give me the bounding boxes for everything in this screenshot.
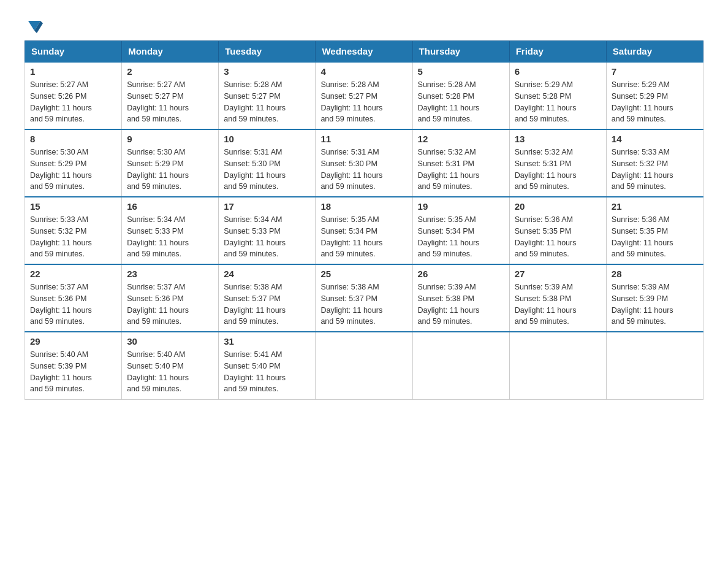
day-info: Sunrise: 5:38 AM Sunset: 5:37 PM Dayligh… [320, 282, 407, 327]
day-number: 4 [320, 66, 407, 77]
day-number: 8 [30, 134, 116, 144]
calendar-empty-cell [509, 332, 606, 399]
calendar-day-cell: 29 Sunrise: 5:40 AM Sunset: 5:39 PM Dayl… [25, 332, 122, 399]
day-number: 29 [30, 336, 116, 347]
day-info: Sunrise: 5:32 AM Sunset: 5:31 PM Dayligh… [515, 147, 601, 193]
calendar-day-cell: 5 Sunrise: 5:28 AM Sunset: 5:28 PM Dayli… [412, 62, 509, 129]
day-info: Sunrise: 5:28 AM Sunset: 5:27 PM Dayligh… [320, 79, 407, 125]
day-info: Sunrise: 5:36 AM Sunset: 5:35 PM Dayligh… [612, 214, 698, 260]
column-header-friday: Friday [509, 41, 606, 63]
calendar-day-cell: 12 Sunrise: 5:32 AM Sunset: 5:31 PM Dayl… [412, 129, 509, 197]
calendar-day-cell: 21 Sunrise: 5:36 AM Sunset: 5:35 PM Dayl… [606, 197, 703, 264]
calendar-day-cell: 27 Sunrise: 5:39 AM Sunset: 5:38 PM Dayl… [509, 264, 606, 332]
day-info: Sunrise: 5:38 AM Sunset: 5:37 PM Dayligh… [224, 282, 310, 327]
day-info: Sunrise: 5:30 AM Sunset: 5:29 PM Dayligh… [30, 147, 116, 193]
day-number: 17 [224, 201, 310, 212]
day-info: Sunrise: 5:29 AM Sunset: 5:28 PM Dayligh… [515, 79, 601, 125]
logo-flag-icon [26, 18, 43, 36]
calendar-table: SundayMondayTuesdayWednesdayThursdayFrid… [25, 40, 703, 400]
day-number: 5 [418, 66, 504, 77]
day-number: 11 [320, 134, 407, 144]
day-info: Sunrise: 5:39 AM Sunset: 5:38 PM Dayligh… [515, 282, 601, 327]
day-number: 14 [612, 134, 698, 144]
calendar-day-cell: 4 Sunrise: 5:28 AM Sunset: 5:27 PM Dayli… [316, 62, 412, 129]
day-info: Sunrise: 5:28 AM Sunset: 5:27 PM Dayligh… [224, 79, 310, 125]
day-number: 6 [515, 66, 601, 77]
logo [25, 18, 43, 32]
day-info: Sunrise: 5:33 AM Sunset: 5:32 PM Dayligh… [612, 147, 698, 193]
day-number: 15 [30, 201, 116, 212]
day-number: 12 [418, 134, 504, 144]
day-number: 26 [418, 269, 504, 279]
day-info: Sunrise: 5:39 AM Sunset: 5:39 PM Dayligh… [612, 282, 698, 327]
calendar-week-row: 15 Sunrise: 5:33 AM Sunset: 5:32 PM Dayl… [25, 197, 703, 264]
day-info: Sunrise: 5:35 AM Sunset: 5:34 PM Dayligh… [418, 214, 504, 260]
calendar-week-row: 29 Sunrise: 5:40 AM Sunset: 5:39 PM Dayl… [25, 332, 703, 399]
day-number: 9 [127, 134, 213, 144]
calendar-day-cell: 3 Sunrise: 5:28 AM Sunset: 5:27 PM Dayli… [219, 62, 316, 129]
calendar-empty-cell [412, 332, 509, 399]
column-header-tuesday: Tuesday [219, 41, 316, 63]
calendar-day-cell: 16 Sunrise: 5:34 AM Sunset: 5:33 PM Dayl… [122, 197, 219, 264]
day-info: Sunrise: 5:40 AM Sunset: 5:39 PM Dayligh… [30, 349, 116, 395]
day-info: Sunrise: 5:41 AM Sunset: 5:40 PM Dayligh… [224, 349, 310, 395]
calendar-header-row: SundayMondayTuesdayWednesdayThursdayFrid… [25, 41, 703, 63]
day-number: 23 [127, 269, 213, 279]
column-header-thursday: Thursday [412, 41, 509, 63]
day-info: Sunrise: 5:33 AM Sunset: 5:32 PM Dayligh… [30, 214, 116, 260]
day-number: 7 [612, 66, 698, 77]
calendar-day-cell: 22 Sunrise: 5:37 AM Sunset: 5:36 PM Dayl… [25, 264, 122, 332]
day-info: Sunrise: 5:37 AM Sunset: 5:36 PM Dayligh… [127, 282, 213, 327]
calendar-day-cell: 9 Sunrise: 5:30 AM Sunset: 5:29 PM Dayli… [122, 129, 219, 197]
calendar-week-row: 8 Sunrise: 5:30 AM Sunset: 5:29 PM Dayli… [25, 129, 703, 197]
column-header-sunday: Sunday [25, 41, 122, 63]
day-info: Sunrise: 5:30 AM Sunset: 5:29 PM Dayligh… [127, 147, 213, 193]
calendar-day-cell: 6 Sunrise: 5:29 AM Sunset: 5:28 PM Dayli… [509, 62, 606, 129]
day-info: Sunrise: 5:28 AM Sunset: 5:28 PM Dayligh… [418, 79, 504, 125]
day-number: 24 [224, 269, 310, 279]
calendar-day-cell: 17 Sunrise: 5:34 AM Sunset: 5:33 PM Dayl… [219, 197, 316, 264]
day-info: Sunrise: 5:35 AM Sunset: 5:34 PM Dayligh… [320, 214, 407, 260]
day-number: 2 [127, 66, 213, 77]
day-number: 20 [515, 201, 601, 212]
day-info: Sunrise: 5:29 AM Sunset: 5:29 PM Dayligh… [612, 79, 698, 125]
day-number: 27 [515, 269, 601, 279]
day-number: 30 [127, 336, 213, 347]
day-number: 31 [224, 336, 310, 347]
calendar-day-cell: 24 Sunrise: 5:38 AM Sunset: 5:37 PM Dayl… [219, 264, 316, 332]
calendar-day-cell: 20 Sunrise: 5:36 AM Sunset: 5:35 PM Dayl… [509, 197, 606, 264]
calendar-day-cell: 23 Sunrise: 5:37 AM Sunset: 5:36 PM Dayl… [122, 264, 219, 332]
calendar-day-cell: 30 Sunrise: 5:40 AM Sunset: 5:40 PM Dayl… [122, 332, 219, 399]
day-info: Sunrise: 5:37 AM Sunset: 5:36 PM Dayligh… [30, 282, 116, 327]
calendar-week-row: 22 Sunrise: 5:37 AM Sunset: 5:36 PM Dayl… [25, 264, 703, 332]
day-info: Sunrise: 5:27 AM Sunset: 5:27 PM Dayligh… [127, 79, 213, 125]
calendar-day-cell: 14 Sunrise: 5:33 AM Sunset: 5:32 PM Dayl… [606, 129, 703, 197]
calendar-day-cell: 26 Sunrise: 5:39 AM Sunset: 5:38 PM Dayl… [412, 264, 509, 332]
day-info: Sunrise: 5:32 AM Sunset: 5:31 PM Dayligh… [418, 147, 504, 193]
day-number: 16 [127, 201, 213, 212]
calendar-day-cell: 10 Sunrise: 5:31 AM Sunset: 5:30 PM Dayl… [219, 129, 316, 197]
calendar-day-cell: 8 Sunrise: 5:30 AM Sunset: 5:29 PM Dayli… [25, 129, 122, 197]
calendar-day-cell: 11 Sunrise: 5:31 AM Sunset: 5:30 PM Dayl… [316, 129, 412, 197]
day-info: Sunrise: 5:39 AM Sunset: 5:38 PM Dayligh… [418, 282, 504, 327]
calendar-day-cell: 25 Sunrise: 5:38 AM Sunset: 5:37 PM Dayl… [316, 264, 412, 332]
calendar-day-cell: 19 Sunrise: 5:35 AM Sunset: 5:34 PM Dayl… [412, 197, 509, 264]
day-number: 28 [612, 269, 698, 279]
calendar-day-cell: 28 Sunrise: 5:39 AM Sunset: 5:39 PM Dayl… [606, 264, 703, 332]
calendar-empty-cell [316, 332, 412, 399]
day-number: 13 [515, 134, 601, 144]
day-number: 1 [30, 66, 116, 77]
day-info: Sunrise: 5:27 AM Sunset: 5:26 PM Dayligh… [30, 79, 116, 125]
calendar-week-row: 1 Sunrise: 5:27 AM Sunset: 5:26 PM Dayli… [25, 62, 703, 129]
day-info: Sunrise: 5:31 AM Sunset: 5:30 PM Dayligh… [320, 147, 407, 193]
day-info: Sunrise: 5:36 AM Sunset: 5:35 PM Dayligh… [515, 214, 601, 260]
calendar-day-cell: 7 Sunrise: 5:29 AM Sunset: 5:29 PM Dayli… [606, 62, 703, 129]
column-header-monday: Monday [122, 41, 219, 63]
calendar-empty-cell [606, 332, 703, 399]
calendar-day-cell: 1 Sunrise: 5:27 AM Sunset: 5:26 PM Dayli… [25, 62, 122, 129]
column-header-saturday: Saturday [606, 41, 703, 63]
day-number: 3 [224, 66, 310, 77]
day-number: 21 [612, 201, 698, 212]
calendar-day-cell: 2 Sunrise: 5:27 AM Sunset: 5:27 PM Dayli… [122, 62, 219, 129]
day-info: Sunrise: 5:34 AM Sunset: 5:33 PM Dayligh… [224, 214, 310, 260]
